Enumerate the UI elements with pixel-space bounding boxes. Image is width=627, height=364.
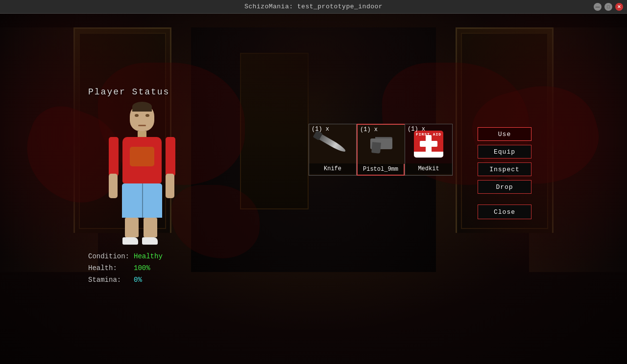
stamina-row: Stamina: 0%	[88, 274, 196, 286]
inventory-slot-knife[interactable]: (1) x Knife	[309, 124, 357, 176]
char-shoe-right	[142, 237, 158, 245]
health-value: 100%	[134, 263, 150, 274]
player-status-title: Player Status	[88, 87, 196, 97]
char-head	[130, 104, 154, 131]
player-status-panel: Player Status	[88, 87, 196, 286]
medkit-name: Medkit	[405, 163, 452, 174]
medkit-stripe	[414, 152, 443, 158]
close-button[interactable]: Close	[478, 205, 531, 219]
medkit-icon: FIRST AID	[414, 131, 443, 158]
condition-label: Condition:	[88, 251, 130, 263]
close-button-container: Close	[478, 205, 531, 219]
inner-door	[240, 53, 309, 209]
pistol-grip	[371, 142, 381, 153]
pistol-name: Pistol_9mm	[358, 164, 404, 175]
minimize-button[interactable]: —	[594, 3, 602, 11]
inventory-slot-medkit[interactable]: (1) x FIRST AID Medkit	[405, 124, 453, 176]
knife-count: (1) x	[312, 126, 329, 133]
char-torso	[122, 137, 162, 183]
knife-name: Knife	[309, 163, 356, 174]
health-label: Health:	[88, 263, 130, 274]
equip-button[interactable]: Equip	[478, 145, 531, 159]
char-arm-right	[166, 137, 175, 176]
knife-icon	[318, 134, 347, 154]
condition-value: Healthy	[134, 251, 163, 263]
stamina-value: 0%	[134, 274, 142, 286]
player-character	[103, 104, 181, 241]
char-legs	[125, 218, 159, 237]
char-leg-left	[125, 218, 139, 237]
inventory-panel: (1) x Knife (1) x Pistol_9mm	[309, 124, 460, 176]
char-shorts	[122, 183, 162, 218]
condition-row: Condition: Healthy	[88, 251, 196, 263]
drop-button[interactable]: Drop	[478, 180, 531, 194]
medkit-count: (1) x	[408, 126, 425, 133]
action-panel: Use Equip Inspect Drop	[478, 127, 531, 194]
maximize-button[interactable]: □	[604, 3, 612, 11]
stamina-label: Stamina:	[88, 274, 130, 286]
char-shorts-seam	[142, 183, 143, 218]
player-stats: Condition: Healthy Health: 100% Stamina:…	[88, 251, 196, 286]
inventory-slot-pistol[interactable]: (1) x Pistol_9mm	[357, 124, 405, 176]
medkit-cross-vertical	[426, 135, 432, 153]
health-row: Health: 100%	[88, 263, 196, 274]
char-forearm-left	[109, 174, 118, 198]
window-title: SchizoMania: test_prototype_indoor	[244, 3, 383, 10]
window-controls: — □ ✕	[594, 3, 623, 11]
char-shirt-design	[130, 147, 154, 166]
char-forearm-right	[166, 174, 174, 198]
game-viewport: Player Status	[0, 14, 627, 364]
pistol-count: (1) x	[360, 126, 378, 133]
char-neck	[138, 131, 146, 137]
titlebar: SchizoMania: test_prototype_indoor — □ ✕	[0, 0, 627, 14]
char-arm-left	[109, 137, 119, 176]
use-button[interactable]: Use	[478, 127, 531, 141]
char-hair	[132, 102, 152, 112]
char-shoes	[122, 237, 162, 245]
pistol-icon	[368, 136, 395, 153]
char-leg-right	[144, 218, 157, 237]
close-window-button[interactable]: ✕	[615, 3, 623, 11]
inspect-button[interactable]: Inspect	[478, 162, 531, 176]
inventory-items: (1) x Knife (1) x Pistol_9mm	[309, 124, 460, 176]
char-shoe-left	[122, 237, 138, 245]
